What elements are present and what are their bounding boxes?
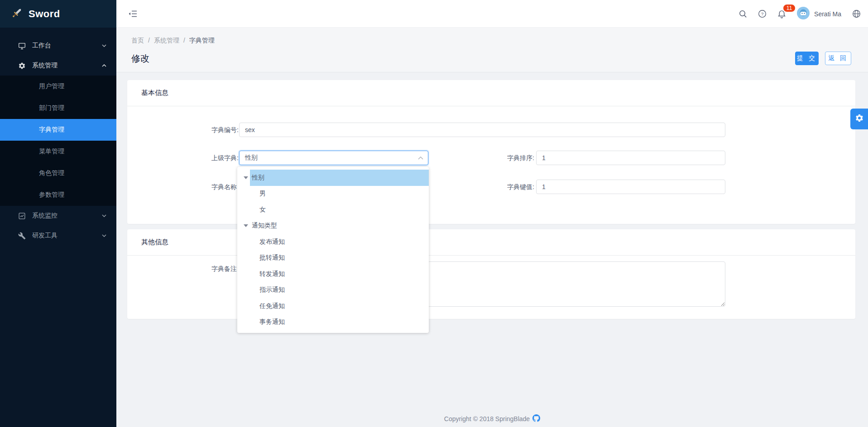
dict-remark-label: 字典备注: <box>184 264 239 274</box>
tree-node-label: 女 <box>258 202 429 218</box>
chevron-down-icon <box>102 234 106 237</box>
dict-key-input[interactable] <box>536 180 725 194</box>
submenu-label: 部门管理 <box>39 104 64 112</box>
sidebar-subitem-role-management[interactable]: 角色管理 <box>0 162 116 184</box>
avatar <box>797 7 810 21</box>
dict-code-label: 字典编号: <box>184 123 239 137</box>
help-icon[interactable]: ? <box>758 9 767 18</box>
dict-name-label: 字典名称: <box>184 180 239 194</box>
submenu-label: 角色管理 <box>39 169 64 177</box>
monitor-icon <box>18 42 26 50</box>
section-title-other: 其他信息 <box>127 229 855 256</box>
tree-node-male[interactable]: 男 <box>237 186 429 202</box>
tree-node-instruct-notice[interactable]: 指示通知 <box>237 282 429 299</box>
user-name: Serati Ma <box>814 10 841 18</box>
sidebar-subitem-param-management[interactable]: 参数管理 <box>0 184 116 206</box>
breadcrumb-home[interactable]: 首页 <box>131 37 144 45</box>
submenu-label: 用户管理 <box>39 82 64 90</box>
parent-dict-dropdown: 性别 男 女 通知类型 发布通知 批转通知 转发通知 指示通知 任免通知 事务通… <box>237 167 429 333</box>
tree-node-appoint-notice[interactable]: 任免通知 <box>237 298 429 314</box>
tree-node-label: 批转通知 <box>258 250 429 266</box>
basic-info-card: 基本信息 字典编号: 上级字典: 性别 字典排序: 字典名称: 字典键值: <box>127 80 855 224</box>
sidebar-item-system-management[interactable]: 系统管理 <box>0 56 116 76</box>
page-title: 修改 <box>131 52 149 65</box>
github-icon[interactable] <box>532 414 540 423</box>
tools-icon <box>18 232 26 240</box>
language-globe-icon[interactable] <box>852 9 861 18</box>
dict-code-input[interactable] <box>239 123 725 137</box>
caret-down-icon[interactable] <box>244 176 248 179</box>
sidebar-menu: 工作台 系统管理 用户管理 部门管理 字典管理 <box>0 28 116 246</box>
tree-node-approve-notice[interactable]: 批转通知 <box>237 250 429 266</box>
sidebar-item-dev-tools[interactable]: 研发工具 <box>0 226 116 246</box>
chevron-up-icon <box>102 64 106 67</box>
tree-node-label: 事务通知 <box>258 314 429 331</box>
dict-key-label: 字典键值: <box>480 180 534 194</box>
sidebar-subitem-dict-management[interactable]: 字典管理 <box>0 119 116 141</box>
tree-node-affair-notice[interactable]: 事务通知 <box>237 314 429 331</box>
page-header-band <box>116 28 868 72</box>
tree-node-label: 指示通知 <box>258 282 429 299</box>
tree-node-notice-type[interactable]: 通知类型 <box>237 218 429 234</box>
submenu-label: 字典管理 <box>39 126 64 134</box>
sidebar-item-label: 系统监控 <box>32 212 58 220</box>
sidebar: Sword 工作台 系统管理 <box>0 0 116 427</box>
notification-badge: 11 <box>783 4 796 12</box>
breadcrumb-separator: / <box>148 37 150 45</box>
chevron-down-icon <box>102 214 106 217</box>
theme-settings-button[interactable] <box>850 109 868 129</box>
breadcrumb: 首页 / 系统管理 / 字典管理 <box>131 37 215 45</box>
parent-dict-value: 性别 <box>245 154 258 162</box>
other-info-card: 其他信息 字典备注: <box>127 229 855 319</box>
tree-node-publish-notice[interactable]: 发布通知 <box>237 234 429 250</box>
tree-node-label: 通知类型 <box>250 218 429 234</box>
copyright-text: Copyright © 2018 SpringBlade <box>444 415 530 422</box>
topbar: ? 11 Serati Ma <box>116 0 868 28</box>
chart-icon <box>18 212 26 220</box>
sword-icon <box>11 7 23 21</box>
tree-node-forward-notice[interactable]: 转发通知 <box>237 266 429 282</box>
sidebar-subitem-user-management[interactable]: 用户管理 <box>0 76 116 97</box>
caret-down-icon[interactable] <box>244 224 248 227</box>
dict-sort-input[interactable] <box>536 151 725 165</box>
app-title: Sword <box>29 8 60 20</box>
chevron-down-icon <box>102 44 106 47</box>
svg-text:?: ? <box>761 11 764 16</box>
menu-fold-icon[interactable] <box>128 9 138 19</box>
back-button[interactable]: 返 回 <box>825 52 851 65</box>
parent-dict-label: 上级字典: <box>184 151 239 165</box>
topbar-right: ? 11 Serati Ma <box>739 0 861 28</box>
tree-node-label: 性别 <box>250 170 429 186</box>
breadcrumb-separator: / <box>183 37 185 45</box>
search-icon[interactable] <box>739 9 747 18</box>
tree-node-label: 任免通知 <box>258 298 429 314</box>
submenu-label: 菜单管理 <box>39 147 64 156</box>
tree-node-label: 转发通知 <box>258 266 429 282</box>
gear-icon <box>18 62 26 70</box>
notification-bell-icon[interactable]: 11 <box>777 9 786 19</box>
breadcrumb-current: 字典管理 <box>189 37 215 45</box>
sidebar-item-label: 研发工具 <box>32 232 58 240</box>
tree-node-label: 发布通知 <box>258 234 429 250</box>
app-logo[interactable]: Sword <box>0 0 116 28</box>
submit-button[interactable]: 提 交 <box>795 52 819 65</box>
gear-icon <box>855 114 864 124</box>
sidebar-item-label: 系统管理 <box>32 62 58 70</box>
submenu-label: 参数管理 <box>39 191 64 199</box>
footer: Copyright © 2018 SpringBlade <box>116 414 868 423</box>
tree-node-female[interactable]: 女 <box>237 202 429 218</box>
sidebar-subitem-menu-management[interactable]: 菜单管理 <box>0 141 116 162</box>
sidebar-subitem-dept-management[interactable]: 部门管理 <box>0 97 116 119</box>
tree-node-sex[interactable]: 性别 <box>237 170 429 186</box>
dict-sort-label: 字典排序: <box>480 151 534 165</box>
section-title-basic: 基本信息 <box>127 80 855 106</box>
parent-dict-select[interactable]: 性别 <box>239 151 428 165</box>
chevron-up-icon <box>418 157 423 160</box>
system-management-submenu: 用户管理 部门管理 字典管理 菜单管理 角色管理 参数管理 <box>0 76 116 206</box>
user-menu[interactable]: Serati Ma <box>797 7 841 21</box>
sidebar-item-label: 工作台 <box>32 42 51 50</box>
sidebar-item-workbench[interactable]: 工作台 <box>0 36 116 56</box>
breadcrumb-system[interactable]: 系统管理 <box>154 37 179 45</box>
tree-node-label: 男 <box>258 186 429 202</box>
sidebar-item-system-monitor[interactable]: 系统监控 <box>0 206 116 226</box>
